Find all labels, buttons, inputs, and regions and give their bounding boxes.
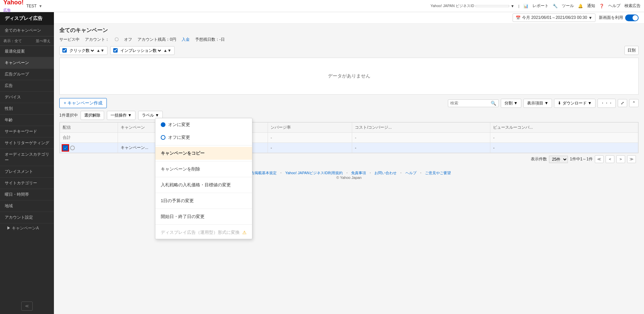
metric2-dropdown[interactable]: インプレッション数 (119, 48, 162, 53)
dropdown-off-change[interactable]: オフに変更 (155, 131, 252, 144)
on-radio-icon (161, 122, 165, 127)
balance-label: アカウント残高：0円 (137, 37, 176, 42)
sidebar-item-placement[interactable]: プレイスメント (0, 166, 54, 178)
sidebar-campaign-a[interactable]: ▶ キャンペーンA (0, 223, 54, 233)
sidebar-item-accountsettings[interactable]: アカウント設定 (0, 212, 54, 223)
sidebar-item-optimization[interactable]: 最適化提案 (0, 46, 54, 57)
sidebar-item-gender[interactable]: 性別 (0, 103, 54, 115)
footer-link-5[interactable]: ご意見やご要望 (425, 171, 451, 175)
sidebar-item-sitecategory[interactable]: サイトカテゴリー (0, 178, 54, 189)
dropdown-divider-5 (155, 209, 252, 209)
sidebar-item-device[interactable]: デバイス (0, 92, 54, 103)
copyright: © Yahoo Japan (65, 176, 633, 180)
metric1-dropdown-icon: ▲▼ (96, 48, 104, 53)
more-button[interactable]: ・・・ (597, 99, 616, 108)
metric1-dropdown[interactable]: クリック数 (68, 48, 95, 53)
footer-link-2[interactable]: 免責事項 (351, 171, 366, 175)
footer-link-1[interactable]: Yahoo! JAPANビジネスID利用規約 (285, 171, 343, 175)
tool-link[interactable]: ツール (562, 3, 574, 9)
date-range-label: 今月 2021/06/01～2021/06/23 00:30 (522, 15, 587, 21)
date-picker[interactable]: 📅 今月 2021/06/01～2021/06/23 00:30 ▼ (513, 13, 595, 22)
col-conversion-rate: ンバージ率 (268, 123, 352, 133)
biz-id-area: Yahoo! JAPAN ビジネスID ▼ (430, 3, 514, 8)
dropdown-divider-3 (155, 177, 252, 177)
dropdown-divider-2 (155, 161, 252, 161)
col-cost-conversion: コスト/コンバージ... (352, 123, 490, 133)
expand-button[interactable]: ⤢ (618, 99, 627, 107)
footer-links: 広告掲載基本規定 ・ Yahoo! JAPANビジネスID利用規約 ・ 免責事項… (65, 170, 633, 176)
sidebar-all-campaigns[interactable]: 全てのキャンペーン (0, 25, 54, 36)
report-link[interactable]: レポート (532, 3, 549, 9)
deposit-link[interactable]: 入金 (182, 37, 190, 42)
create-campaign-button[interactable]: キャンペーン作成 (59, 98, 107, 108)
row-checkbox[interactable] (63, 145, 68, 151)
sidebar-item-ad[interactable]: 広告 (0, 80, 54, 92)
sidebar-item-adgroup[interactable]: 広告グループ (0, 69, 54, 80)
search-ads-link[interactable]: 検索広告 (624, 3, 641, 9)
dropdown-date-range[interactable]: 開始日・終了日の変更 (155, 210, 252, 223)
sidebar-title: ディスプレイ広告 (0, 12, 54, 25)
metric-select-2[interactable]: インプレッション数 ▲▼ (110, 46, 175, 55)
logo-sub: 広告 (3, 8, 11, 12)
total-col5: - (268, 133, 352, 143)
last-page-button[interactable]: ≫ (627, 155, 636, 163)
show-label[interactable]: 表示：全て (3, 38, 22, 43)
dropdown-arrow: ▼ (39, 4, 42, 8)
collapse-button[interactable]: ⌃ (629, 99, 639, 107)
range-label: 1件中1～1件 (570, 156, 593, 162)
notify-link[interactable]: 通知 (587, 3, 595, 9)
metric-select-1[interactable]: クリック数 ▲▼ (59, 46, 108, 55)
yahoo-logo: Yahoo!広告 (3, 0, 24, 13)
new-screen-switch[interactable] (625, 14, 639, 21)
download-button[interactable]: ⬇ ダウンロード ▼ (554, 99, 595, 108)
metric1-checkbox[interactable] (62, 48, 67, 53)
sidebar-collapse-button[interactable]: ≪ (21, 302, 33, 311)
sort-label[interactable]: 並べ替え (36, 38, 51, 43)
row-radio[interactable] (70, 146, 75, 150)
sidebar-item-dayofweek[interactable]: 曜日・時間帯 (0, 189, 54, 200)
search-button[interactable]: 🔍 (491, 101, 496, 106)
help-link[interactable]: ヘルプ (608, 3, 620, 9)
count-select[interactable]: 25件 (549, 156, 568, 163)
deselect-button[interactable]: 選択解除 (81, 111, 104, 120)
header-left: Yahoo!広告 TEST ▼ (3, 0, 42, 13)
dropdown-budget[interactable]: 1日の予算の変更 (155, 194, 252, 207)
sidebar-item-region[interactable]: 地域 (0, 200, 54, 212)
dropdown-copy[interactable]: キャンペーンをコピー (155, 147, 252, 160)
search-input[interactable] (450, 101, 491, 105)
sidebar: ディスプレイ広告 全てのキャンペーン 表示：全て 並べ替え 最適化提案 キャンペ… (0, 12, 54, 314)
split-button[interactable]: 分割 ▼ (501, 99, 521, 108)
service-status: サービス中 (59, 37, 80, 42)
footer-link-4[interactable]: ヘルプ (405, 171, 417, 175)
dropdown-divider-1 (155, 145, 252, 146)
bulk-button[interactable]: 一括操作 ▼ (107, 111, 135, 120)
metric2-checkbox[interactable] (113, 48, 118, 53)
table-wrap: 配信 キャンペーン ンバージ率 コスト/コンバージ... ビュースルーコンバ..… (59, 122, 639, 153)
sidebar-item-campaign[interactable]: キャンペーン (0, 57, 54, 69)
prev-page-button[interactable]: ＜ (606, 155, 614, 163)
date-dropdown-icon: ▼ (588, 15, 592, 20)
sidebar-item-age[interactable]: 年齢 (0, 115, 54, 126)
dropdown-delete[interactable]: キャンペーンを削除 (155, 163, 252, 176)
dropdown-on-change[interactable]: オンに変更 (155, 118, 252, 131)
off-radio-icon (161, 135, 165, 140)
dropdown-bid[interactable]: 入札戦略の入札価格・目標値の変更 (155, 179, 252, 191)
display-items-button[interactable]: 表示項目 ▼ (523, 99, 552, 108)
off-label: オフ (124, 37, 132, 42)
sidebar-item-searchkeyword[interactable]: サーチキーワード (0, 126, 54, 137)
page-title: 全てのキャンペーン (59, 27, 639, 34)
main-content: 📅 今月 2021/06/01～2021/06/23 00:30 ▼ 新画面を利… (54, 12, 644, 314)
sidebar-controls: 表示：全て 並べ替え (0, 36, 54, 46)
per-day-button[interactable]: 日別 (624, 46, 639, 55)
download-dropdown-icon: ▼ (588, 101, 592, 105)
next-page-button[interactable]: ＞ (616, 155, 625, 163)
biz-id-dropdown-icon[interactable]: ▼ (511, 4, 514, 8)
sidebar-item-audiencecategory[interactable]: オーディエンスカテゴリー (0, 149, 54, 166)
bell-icon: 🔔 (578, 4, 583, 8)
first-page-button[interactable]: ≪ (595, 155, 604, 163)
sidebar-item-retargeting[interactable]: サイトリターゲティング (0, 137, 54, 149)
toggle-knob (633, 15, 638, 21)
footer-link-3[interactable]: お問い合わせ (374, 171, 397, 175)
selection-bar: 1件選択中 選択解除 一括操作 ▼ ラベル ▼ (59, 111, 639, 120)
row-col7: - (490, 143, 638, 153)
